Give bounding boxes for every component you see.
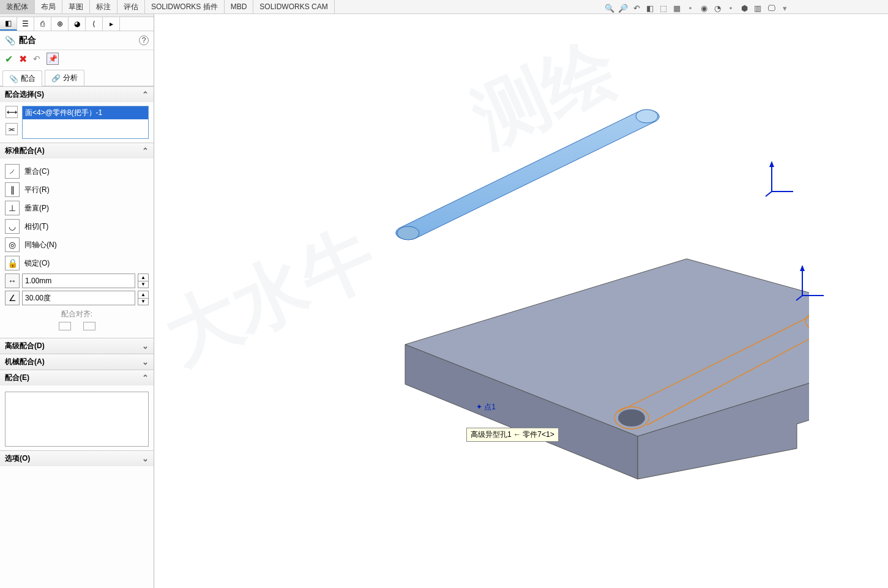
target-icon: ⊕ <box>57 20 63 28</box>
spin-up-icon[interactable]: ▲ <box>138 291 148 299</box>
tab-annotate[interactable]: 标注 <box>90 0 118 13</box>
zoom-fit-icon[interactable]: 🔍 <box>604 2 615 13</box>
mate-angle-row: ∠ ▲▼ <box>5 289 149 307</box>
tangent-icon: ◡ <box>5 219 20 234</box>
mate-coincident-label: 重合(C) <box>24 166 149 177</box>
tab-layout[interactable]: 布局 <box>35 0 62 13</box>
mate-concentric[interactable]: ◎ 同轴心(N) <box>5 236 149 254</box>
display-manager-tab[interactable]: ◕ <box>69 17 86 31</box>
previous-view-icon[interactable]: ↶ <box>631 2 642 13</box>
selection-item-1[interactable]: 面<4>@零件8(把手）-1 <box>23 106 148 119</box>
svg-point-0 <box>636 110 658 123</box>
spin-down-icon[interactable]: ▼ <box>138 299 148 305</box>
view-settings-icon[interactable]: ▥ <box>752 2 763 13</box>
mate-parallel-label: 平行(R) <box>24 185 149 195</box>
tab-assembly[interactable]: 装配体 <box>0 0 35 13</box>
section-head-selections[interactable]: 配合选择(S) ⌃ <box>0 87 154 102</box>
3d-viewport[interactable]: 测绘 大水牛 ✦ 点1 高级异型孔1 ← 零件7<1> <box>154 14 888 588</box>
collapse-icon: ⌃ <box>142 146 149 155</box>
section-options: 选项(O) ⌄ <box>0 450 154 466</box>
mate-concentric-label: 同轴心(N) <box>24 240 149 250</box>
mate-lock-label: 锁定(O) <box>24 258 149 269</box>
expand-icon: ⌄ <box>142 357 149 367</box>
ok-button[interactable]: ✔ <box>5 53 13 65</box>
distance-input[interactable] <box>22 274 135 288</box>
tab-plugins[interactable]: SOLIDWORKS 插件 <box>145 0 225 13</box>
heads-up-toolbar: 🔍 🔎 ↶ ◧ ⬚ ▦ • ◉ ◔ • ⬢ ▥ 🖵 ▾ <box>604 2 790 13</box>
edit-appearance-icon[interactable]: ◔ <box>712 2 723 13</box>
section-head-mechanical-label: 机械配合(A) <box>5 357 45 367</box>
angle-icon[interactable]: ∠ <box>5 291 20 305</box>
section-mates-list: 配合(E) ⌃ <box>0 370 154 450</box>
section-head-mechanical[interactable]: 机械配合(A) ⌄ <box>0 354 154 370</box>
property-manager-tab[interactable]: ☰ <box>17 17 34 31</box>
help-button[interactable]: ? <box>139 35 149 45</box>
tab-sketch[interactable]: 草图 <box>62 0 90 13</box>
section-view-icon[interactable]: ◧ <box>644 2 655 13</box>
mate-coincident[interactable]: ⟋ 重合(C) <box>5 162 149 180</box>
bracket-icon: ⟨ <box>92 20 95 28</box>
point-label: ✦ 点1 <box>476 402 496 412</box>
distance-spinner[interactable]: ▲▼ <box>138 274 149 288</box>
hide-show-icon[interactable]: ◉ <box>698 2 709 13</box>
apply-scene-icon[interactable]: ⬢ <box>739 2 750 13</box>
align-anti-button[interactable] <box>83 322 95 330</box>
block-part[interactable] <box>368 234 809 491</box>
screen-icon[interactable]: 🖵 <box>766 2 777 13</box>
concentric-icon: ◎ <box>5 237 20 252</box>
lock-icon: 🔒 <box>5 256 20 270</box>
svg-marker-12 <box>800 265 805 271</box>
align-same-button[interactable] <box>59 322 71 330</box>
configuration-manager-tab[interactable]: ⎙ <box>34 17 51 31</box>
mate-parallel[interactable]: ∥ 平行(R) <box>5 180 149 199</box>
tab-cam[interactable]: SOLIDWORKS CAM <box>253 0 334 13</box>
angle-spinner[interactable]: ▲▼ <box>138 291 149 305</box>
section-head-standard[interactable]: 标准配合(A) ⌃ <box>0 143 154 158</box>
distance-icon[interactable]: ↔ <box>5 274 20 288</box>
tab-mbd[interactable]: MBD <box>225 0 254 13</box>
cancel-button[interactable]: ✖ <box>19 53 27 65</box>
selection-list[interactable]: 面<4>@零件8(把手）-1 <box>22 106 149 139</box>
feature-manager-tab[interactable]: ◧ <box>0 17 17 31</box>
zoom-area-icon[interactable]: 🔎 <box>617 2 629 13</box>
sub-tab-mate[interactable]: 📎配合 <box>2 70 42 86</box>
sub-tab-analysis-label: 分析 <box>63 73 78 83</box>
mate-lock[interactable]: 🔒 锁定(O) <box>5 254 149 272</box>
mates-listbox[interactable] <box>5 392 149 447</box>
pin-button[interactable]: 📌 <box>47 53 59 65</box>
entities-to-mate-icon[interactable]: ⟷ <box>6 106 18 118</box>
section-head-options[interactable]: 选项(O) ⌄ <box>0 451 154 466</box>
view-orientation-icon[interactable]: ⬚ <box>658 2 669 13</box>
extra-tab-2[interactable]: ▸ <box>103 17 120 31</box>
extra-tab-1[interactable]: ⟨ <box>86 17 103 31</box>
mate-perpendicular-label: 垂直(P) <box>24 203 149 214</box>
collapse-icon: ⌃ <box>142 373 149 382</box>
tab-evaluate[interactable]: 评估 <box>118 0 145 13</box>
expand-icon: ⌄ <box>142 341 149 351</box>
spin-down-icon[interactable]: ▼ <box>138 281 148 288</box>
dimxpert-tab[interactable]: ⊕ <box>51 17 69 31</box>
section-head-mates[interactable]: 配合(E) ⌃ <box>0 370 154 385</box>
section-head-standard-label: 标准配合(A) <box>5 146 45 156</box>
spin-up-icon[interactable]: ▲ <box>138 274 148 281</box>
undo-button[interactable]: ↶ <box>33 54 40 64</box>
angle-input[interactable] <box>22 291 135 305</box>
display-style-icon[interactable]: ▦ <box>671 2 682 13</box>
orientation-triad-2 <box>796 265 827 303</box>
expand-icon: ⌄ <box>142 454 149 463</box>
section-head-advanced[interactable]: 高级配合(D) ⌄ <box>0 338 154 354</box>
mate-distance-row: ↔ ▲▼ <box>5 272 149 289</box>
section-head-options-label: 选项(O) <box>5 453 30 464</box>
link-icon: 🔗 <box>51 74 61 83</box>
property-manager-panel: ◧ ☰ ⎙ ⊕ ◕ ⟨ ▸ 📎 配合 ? ✔ ✖ ↶ 📌 📎配合 🔗分析 配合选… <box>0 14 154 588</box>
cube-icon: ◧ <box>5 19 12 28</box>
perpendicular-icon: ⊥ <box>5 201 20 215</box>
sub-tab-analysis[interactable]: 🔗分析 <box>45 70 84 86</box>
coincident-icon: ⟋ <box>5 164 20 179</box>
multi-mate-icon[interactable]: ⫘ <box>6 123 18 135</box>
section-mate-selections: 配合选择(S) ⌃ ⟷ ⫘ 面<4>@零件8(把手）-1 <box>0 86 154 143</box>
mate-tangent[interactable]: ◡ 相切(T) <box>5 217 149 236</box>
palette-icon: ◕ <box>74 20 80 28</box>
mate-perpendicular[interactable]: ⊥ 垂直(P) <box>5 199 149 217</box>
svg-point-6 <box>618 409 645 426</box>
